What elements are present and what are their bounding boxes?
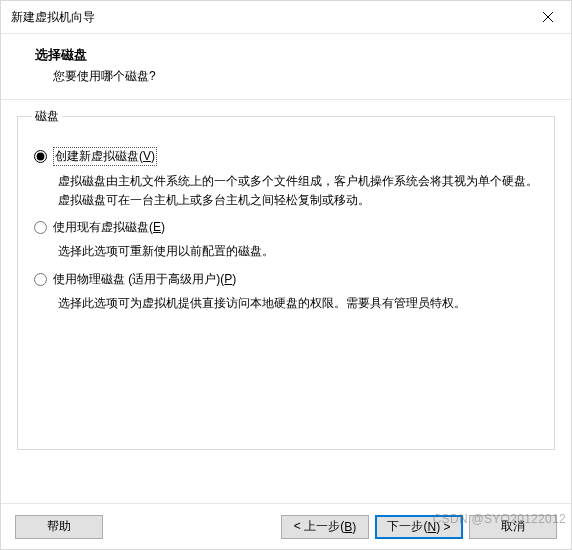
option-create-new-row[interactable]: 创建新虚拟磁盘(V) [32,145,540,168]
option-create-new: 创建新虚拟磁盘(V) 虚拟磁盘由主机文件系统上的一个或多个文件组成，客户机操作系… [32,145,540,209]
option-physical-desc: 选择此选项可为虚拟机提供直接访问本地硬盘的权限。需要具有管理员特权。 [58,294,540,313]
window-title: 新建虚拟机向导 [11,9,525,26]
disk-group-legend: 磁盘 [32,108,62,125]
radio-create-new[interactable] [34,150,47,163]
option-physical-label: 使用物理磁盘 (适用于高级用户)(P) [53,271,236,288]
disk-group: 磁盘 创建新虚拟磁盘(V) 虚拟磁盘由主机文件系统上的一个或多个文件组成，客户机… [17,108,555,450]
page-subtitle: 您要使用哪个磁盘? [35,68,561,85]
option-create-new-label: 创建新虚拟磁盘(V) [53,147,157,166]
radio-physical[interactable] [34,273,47,286]
next-button[interactable]: 下一步(N) > [375,515,463,539]
option-use-existing: 使用现有虚拟磁盘(E) 选择此选项可重新使用以前配置的磁盘。 [32,217,540,261]
back-button[interactable]: < 上一步(B) [281,515,369,539]
option-create-new-desc: 虚拟磁盘由主机文件系统上的一个或多个文件组成，客户机操作系统会将其视为单个硬盘。… [58,172,540,209]
content-area: 磁盘 创建新虚拟磁盘(V) 虚拟磁盘由主机文件系统上的一个或多个文件组成，客户机… [1,100,571,503]
close-button[interactable] [525,1,571,33]
footer: 帮助 < 上一步(B) 下一步(N) > 取消 [1,503,571,549]
title-bar: 新建虚拟机向导 [1,1,571,33]
cancel-button[interactable]: 取消 [469,515,557,539]
option-physical-row[interactable]: 使用物理磁盘 (适用于高级用户)(P) [32,269,540,290]
page-title: 选择磁盘 [35,46,561,64]
close-icon [543,12,553,22]
option-use-existing-label: 使用现有虚拟磁盘(E) [53,219,165,236]
wizard-window: 新建虚拟机向导 选择磁盘 您要使用哪个磁盘? 磁盘 创建新虚拟磁盘(V) 虚拟磁… [0,0,572,550]
help-button[interactable]: 帮助 [15,515,103,539]
option-physical: 使用物理磁盘 (适用于高级用户)(P) 选择此选项可为虚拟机提供直接访问本地硬盘… [32,269,540,313]
wizard-header: 选择磁盘 您要使用哪个磁盘? [1,34,571,99]
option-use-existing-desc: 选择此选项可重新使用以前配置的磁盘。 [58,242,540,261]
option-use-existing-row[interactable]: 使用现有虚拟磁盘(E) [32,217,540,238]
radio-use-existing[interactable] [34,221,47,234]
